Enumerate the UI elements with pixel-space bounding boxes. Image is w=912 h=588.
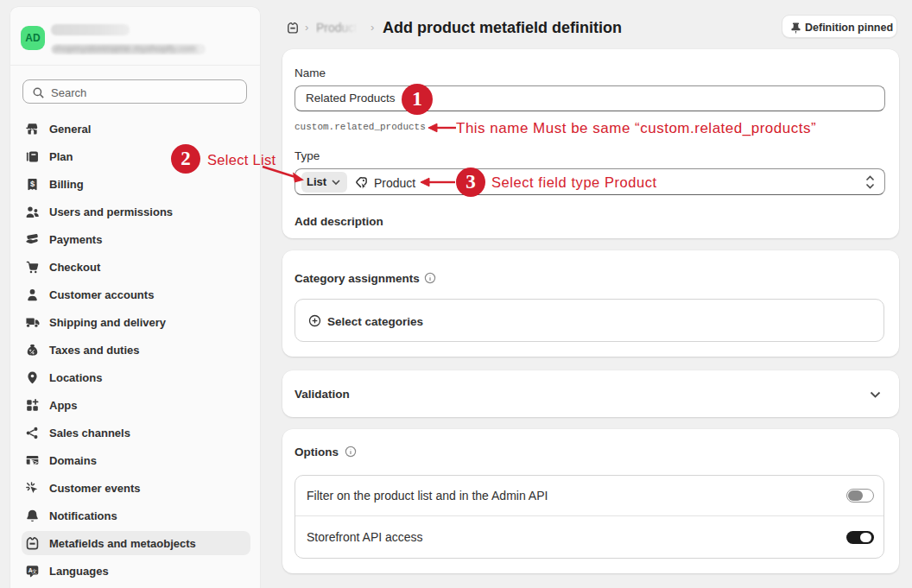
- svg-text:$: $: [30, 180, 35, 188]
- svg-text:文: 文: [32, 567, 37, 573]
